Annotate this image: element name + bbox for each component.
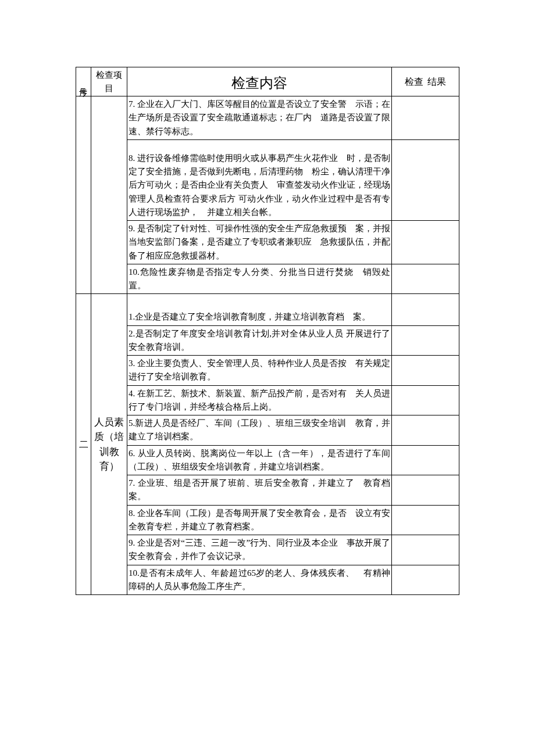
table-header-row: 序号 检查项目 检查内容 检查 结果 <box>76 67 459 96</box>
content-cell: 7. 企业在入厂大门、库区等醒目的位置是否设立了安全警 示语；在生产场所是否设置… <box>127 96 392 140</box>
table-row: 10.是否有未成年人、年龄超过65岁的老人、身体残疾者、 有精神障碍的人员从事危… <box>76 565 459 595</box>
table-row: 4. 在新工艺、新技术、新装置、新产品投产前，是否对有 关人员进行了专门培训，并… <box>76 385 459 415</box>
content-cell: 3. 企业主要负责人、安全管理人员、特种作业人员是否按 有关规定进行了安全培训教… <box>127 356 392 386</box>
result-cell <box>392 415 459 446</box>
result-cell <box>392 565 459 595</box>
result-cell <box>392 325 459 356</box>
table-row: 7. 企业在入厂大门、库区等醒目的位置是否设立了安全警 示语；在生产场所是否设置… <box>76 96 459 140</box>
header-seq: 序号 <box>76 67 91 96</box>
table-row: 8. 企业各车间（工段）是否每周开展了安全教育会，是否 设立有安全教育专栏，并建… <box>76 505 459 535</box>
result-cell <box>392 445 459 475</box>
content-cell: 8. 企业各车间（工段）是否每周开展了安全教育会，是否 设立有安全教育专栏，并建… <box>127 505 392 535</box>
content-cell: 2.是否制定了年度安全培训教育计划,并对全体从业人员 开展进行了安全教育培训。 <box>127 325 392 356</box>
content-cell: 10.是否有未成年人、年龄超过65岁的老人、身体残疾者、 有精神障碍的人员从事危… <box>127 565 392 595</box>
content-cell: 9. 是否制定了针对性、可操作性强的安全生产应急救援预 案，并报当地安监部门备案… <box>127 221 392 264</box>
header-result: 检查 结果 <box>392 67 459 96</box>
table-row: 10.危险性废弃物是否指定专人分类、分批当日进行焚烧 销毁处置。 <box>76 264 459 294</box>
seq-cell-blank <box>76 96 91 294</box>
result-cell <box>392 356 459 386</box>
header-content: 检查内容 <box>127 67 392 96</box>
content-cell: 10.危险性废弃物是否指定专人分类、分批当日进行焚烧 销毁处置。 <box>127 264 392 294</box>
content-cell: 8. 进行设备维修需临时使用明火或从事易产生火花作业 时，是否制定了安全措施，是… <box>127 139 392 220</box>
table-row: 8. 进行设备维修需临时使用明火或从事易产生火花作业 时，是否制定了安全措施，是… <box>76 139 459 220</box>
content-cell: 5.新进人员是否经厂、车间（工段）、班组三级安全培训 教育，并建立了培训档案。 <box>127 415 392 446</box>
result-cell <box>392 505 459 535</box>
table-row: 2.是否制定了年度安全培训教育计划,并对全体从业人员 开展进行了安全教育培训。 <box>76 325 459 356</box>
result-cell <box>392 475 459 506</box>
result-cell <box>392 385 459 415</box>
result-cell <box>392 96 459 140</box>
content-cell: 7. 企业班、组是否开展了班前、班后安全教育，并建立了 教育档案。 <box>127 475 392 506</box>
result-cell <box>392 294 459 325</box>
result-cell <box>392 535 459 565</box>
result-cell <box>392 221 459 264</box>
content-cell: 9. 企业是否对“三违、三超一改”行为、同行业及本企业 事故开展了安全教育会，并… <box>127 535 392 565</box>
content-cell: 1.企业是否建立了安全培训教育制度，并建立培训教育档 案。 <box>127 294 392 325</box>
content-cell: 4. 在新工艺、新技术、新装置、新产品投产前，是否对有 关人员进行了专门培训，并… <box>127 385 392 415</box>
result-cell <box>392 264 459 294</box>
table-row: 9. 企业是否对“三违、三超一改”行为、同行业及本企业 事故开展了安全教育会，并… <box>76 535 459 565</box>
seq-cell: 二 <box>76 294 91 595</box>
table-row: 5.新进人员是否经厂、车间（工段）、班组三级安全培训 教育，并建立了培训档案。 <box>76 415 459 446</box>
header-item: 检查项目 <box>91 67 127 96</box>
item-cell: 人员素质（培训教育） <box>91 294 127 595</box>
inspection-table: 序号 检查项目 检查内容 检查 结果 7. 企业在入厂大门、库区等醒目的位置是否… <box>76 67 459 595</box>
result-cell <box>392 139 459 220</box>
content-cell: 6. 从业人员转岗、脱离岗位一年以上（含一年），是否进行了车间（工段）、班组级安… <box>127 445 392 475</box>
item-cell-blank <box>91 96 127 294</box>
table-row: 二 人员素质（培训教育） 1.企业是否建立了安全培训教育制度，并建立培训教育档 … <box>76 294 459 325</box>
table-row: 9. 是否制定了针对性、可操作性强的安全生产应急救援预 案，并报当地安监部门备案… <box>76 221 459 264</box>
table-row: 6. 从业人员转岗、脱离岗位一年以上（含一年），是否进行了车间（工段）、班组级安… <box>76 445 459 475</box>
table-row: 3. 企业主要负责人、安全管理人员、特种作业人员是否按 有关规定进行了安全培训教… <box>76 356 459 386</box>
table-row: 7. 企业班、组是否开展了班前、班后安全教育，并建立了 教育档案。 <box>76 475 459 506</box>
